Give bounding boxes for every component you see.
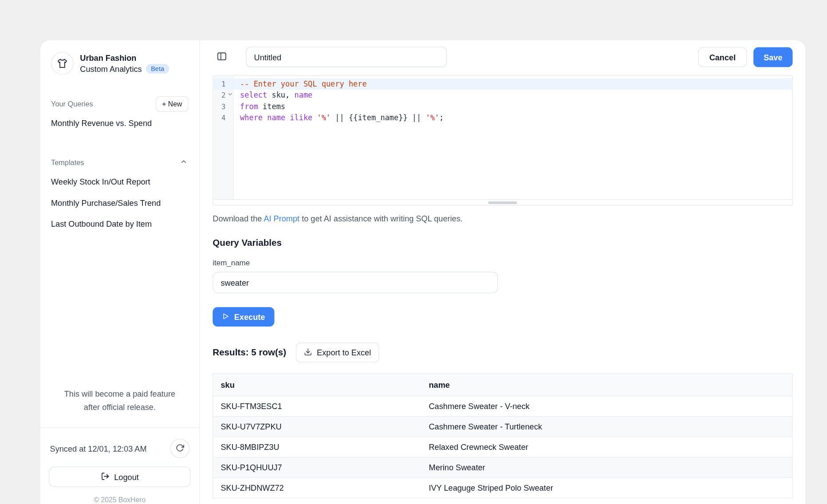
table-row: SKU-FTM3ESC1 Cashmere Sweater - V-neck xyxy=(213,396,792,417)
execute-button[interactable]: Execute xyxy=(213,307,274,327)
brand-title: Urban Fashion xyxy=(80,53,169,63)
your-queries-label: Your Queries xyxy=(51,100,93,108)
cell-sku: SKU-ZHDNWZ72 xyxy=(213,478,421,498)
editor-resize-handle[interactable] xyxy=(213,199,792,205)
column-header-sku: sku xyxy=(213,374,421,396)
download-icon xyxy=(304,348,312,358)
your-queries-section: Your Queries + New xyxy=(49,95,191,112)
export-excel-button[interactable]: Export to Excel xyxy=(296,343,379,362)
paid-feature-note: This will become a paid feature after of… xyxy=(49,388,191,428)
sidebar-item-last-outbound-date[interactable]: Last Outbound Date by Item xyxy=(49,214,191,234)
cell-name: Cashmere Sweater - Turtleneck xyxy=(421,417,792,437)
export-excel-label: Export to Excel xyxy=(317,348,371,357)
resize-grip xyxy=(488,201,517,204)
line-number: 4 xyxy=(213,112,233,123)
toolbar-actions: Cancel Save xyxy=(698,47,792,67)
table-row: SKU-ZHDNWZ72 IVY Leaguge Striped Polo Sw… xyxy=(213,478,792,498)
code-line-4[interactable]: where name ilike '%' || {{item_name}} ||… xyxy=(234,112,792,123)
fold-chevron-icon[interactable] xyxy=(228,92,232,97)
table-row: SKU-P1QHUUJ7 Merino Sweater xyxy=(213,457,792,478)
sidebar-spacer xyxy=(49,234,191,388)
table-row: SKU-U7V7ZPKU Cashmere Sweater - Turtlene… xyxy=(213,417,792,437)
ai-note-suffix: to get AI assistance with writing SQL qu… xyxy=(299,214,463,223)
new-query-button[interactable]: + New xyxy=(156,96,189,111)
line-number: 1 xyxy=(213,79,233,90)
sidebar-divider xyxy=(40,427,199,428)
code-line-2[interactable]: select sku, name xyxy=(234,90,792,101)
sidebar-item-weekly-stock-report[interactable]: Weekly Stock In/Out Report xyxy=(49,172,191,192)
templates-collapse-button[interactable] xyxy=(179,157,189,168)
cancel-button[interactable]: Cancel xyxy=(698,47,747,67)
toolbar: Cancel Save xyxy=(213,47,792,67)
cell-sku: SKU-P1QHUUJ7 xyxy=(213,457,421,478)
app-window: Urban Fashion Custom Analytics Beta Your… xyxy=(40,40,806,504)
code-pane[interactable]: -- Enter your SQL query here select sku,… xyxy=(234,76,792,199)
templates-label: Templates xyxy=(51,158,84,166)
logout-button[interactable]: Logout xyxy=(49,467,191,487)
page: Urban Fashion Custom Analytics Beta Your… xyxy=(0,0,827,504)
code-line-1[interactable]: -- Enter your SQL query here xyxy=(234,79,792,90)
cell-name: Relaxed Crewneck Sweater xyxy=(421,437,792,457)
sidebar-toggle-button[interactable] xyxy=(213,48,231,66)
sql-editor-surface[interactable]: 1 2 3 4 -- Enter your SQL query here sel… xyxy=(213,76,792,199)
results-title: Results: 5 row(s) xyxy=(213,347,286,358)
sidebar-item-monthly-purchase-sales[interactable]: Monthly Purchase/Sales Trend xyxy=(49,193,191,213)
main-content: Cancel Save 1 2 3 4 xyxy=(200,40,805,504)
sync-status-row: Synced at 12/01, 12:03 AM xyxy=(49,439,191,458)
execute-label: Execute xyxy=(234,312,265,322)
beta-badge: Beta xyxy=(146,64,169,74)
chevron-up-icon xyxy=(180,158,187,167)
sidebar-item-monthly-revenue[interactable]: Monthly Revenue vs. Spend xyxy=(49,113,191,133)
cell-sku: SKU-U7V7ZPKU xyxy=(213,417,421,437)
paid-feature-note-line2: after official release. xyxy=(84,402,156,412)
paid-feature-note-line1: This will become a paid feature xyxy=(64,390,175,399)
item-name-input[interactable] xyxy=(213,272,498,293)
brand-text: Urban Fashion Custom Analytics Beta xyxy=(80,53,169,74)
play-icon xyxy=(222,312,229,322)
column-header-name: name xyxy=(421,374,792,396)
table-row: SKU-8MBIPZ3U Relaxed Crewneck Sweater xyxy=(213,437,792,457)
results-header: Results: 5 row(s) Export to Excel xyxy=(213,343,792,362)
brand-logo-icon xyxy=(51,52,74,75)
results-table: sku name SKU-FTM3ESC1 Cashmere Sweater -… xyxy=(213,373,792,498)
synced-text: Synced at 12/01, 12:03 AM xyxy=(50,444,147,453)
line-number: 2 xyxy=(213,90,233,101)
sidebar: Urban Fashion Custom Analytics Beta Your… xyxy=(40,40,200,504)
panel-layout-icon xyxy=(217,51,227,63)
cell-sku: SKU-8MBIPZ3U xyxy=(213,437,421,457)
query-title-input[interactable] xyxy=(246,47,447,67)
ai-note-prefix: Download the xyxy=(213,214,264,223)
ai-note: Download the AI Prompt to get AI assista… xyxy=(213,214,792,223)
ai-prompt-link[interactable]: AI Prompt xyxy=(264,214,299,223)
cell-name: Cashmere Sweater - V-neck xyxy=(421,396,792,417)
cell-name: Merino Sweater xyxy=(421,457,792,478)
save-button[interactable]: Save xyxy=(753,47,792,67)
table-header-row: sku name xyxy=(213,374,792,396)
refresh-icon xyxy=(176,443,184,453)
copyright: © 2025 BoxHero xyxy=(49,496,191,504)
brand: Urban Fashion Custom Analytics Beta xyxy=(49,52,191,75)
templates-section: Templates xyxy=(49,154,191,171)
cell-sku: SKU-FTM3ESC1 xyxy=(213,396,421,417)
logout-label: Logout xyxy=(114,472,139,482)
line-number: 3 xyxy=(213,101,233,112)
variable-name-label: item_name xyxy=(213,258,792,267)
editor-gutter: 1 2 3 4 xyxy=(213,76,234,199)
logout-icon xyxy=(101,472,109,482)
code-line-3[interactable]: from items xyxy=(234,101,792,112)
brand-subtitle: Custom Analytics xyxy=(80,64,142,74)
query-variables-title: Query Variables xyxy=(213,238,792,248)
sql-editor[interactable]: 1 2 3 4 -- Enter your SQL query here sel… xyxy=(213,75,792,205)
cell-name: IVY Leaguge Striped Polo Sweater xyxy=(421,478,792,498)
refresh-button[interactable] xyxy=(170,439,190,458)
